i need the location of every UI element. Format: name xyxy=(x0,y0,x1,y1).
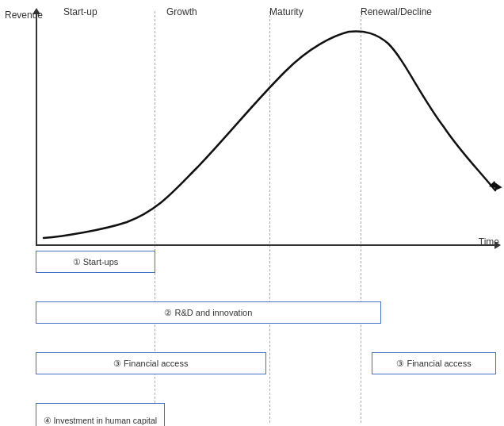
chart-container: Revenue Start-up Growth Maturity Renewal… xyxy=(0,0,504,426)
bar-startups-label: ① Start-ups xyxy=(73,257,119,267)
bar-financial-1-label: ③ Financial access xyxy=(113,359,188,369)
bar-rd-label: ② R&D and innovation xyxy=(164,308,252,318)
bar-row-startups: ① Start-ups xyxy=(36,249,496,273)
bar-row-investment: ④ Investment in human capital and labor … xyxy=(36,401,496,426)
bar-row-financial: ③ Financial access ③ Financial access xyxy=(36,351,496,374)
bar-financial-2: ③ Financial access xyxy=(372,352,496,374)
bar-financial-1: ③ Financial access xyxy=(36,352,266,374)
bar-rd: ② R&D and innovation xyxy=(36,301,381,324)
bar-row-rd: ② R&D and innovation xyxy=(36,300,496,324)
x-axis-label: Time xyxy=(479,236,499,248)
bar-investment-label: ④ Investment in human capital and labor … xyxy=(40,416,161,426)
bar-investment: ④ Investment in human capital and labor … xyxy=(36,403,165,426)
bottom-bars-section: ① Start-ups ② R&D and innovation ③ Finan… xyxy=(36,249,496,423)
bar-financial-2-label: ③ Financial access xyxy=(396,359,471,369)
bar-startups: ① Start-ups xyxy=(36,251,155,273)
x-axis-baseline xyxy=(36,244,496,246)
revenue-curve xyxy=(0,0,504,254)
